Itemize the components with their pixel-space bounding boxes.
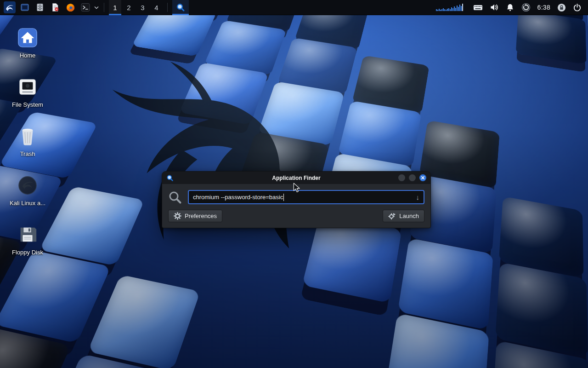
taskbar-item-application-finder[interactable] <box>172 0 189 15</box>
wallpaper-cube <box>280 325 384 368</box>
command-input-value: chromium --password-store=basic <box>193 194 283 201</box>
kali-docs-icon <box>17 174 39 196</box>
desktop-icon-label: Kali Linux a... <box>10 200 45 207</box>
firefox-icon <box>66 3 75 12</box>
wallpaper-cube <box>87 275 200 368</box>
preferences-button[interactable]: Preferences <box>168 210 222 222</box>
terminal-menu-arrow[interactable] <box>94 1 99 14</box>
trash-can-icon <box>17 125 39 147</box>
wallpaper-cube <box>182 299 291 368</box>
notifications[interactable] <box>506 3 514 12</box>
session-logout[interactable] <box>573 3 582 12</box>
window-title: Application Finder <box>162 175 430 181</box>
desktop-icon-label: Trash <box>20 150 35 157</box>
file-system-drive-icon <box>17 76 39 98</box>
wallpaper-cube <box>504 92 577 154</box>
desktop-icon-file-system[interactable]: File System <box>4 76 51 108</box>
home-folder-icon <box>17 27 39 49</box>
desktop-icon-label: Floppy Disk <box>12 249 43 256</box>
desktop-icon-floppy-disk[interactable]: Floppy Disk <box>4 224 51 256</box>
desktop-root: 1 2 3 4 <box>0 0 588 368</box>
wallpaper-cube <box>584 160 588 233</box>
window-buttons <box>398 174 426 181</box>
terminal-icon <box>81 3 90 12</box>
preferences-label: Preferences <box>185 213 217 219</box>
workspace-2-label: 2 <box>127 4 130 12</box>
kali-logo-icon <box>4 1 16 13</box>
text-editor-launcher[interactable] <box>48 1 62 14</box>
file-cabinet-icon <box>35 3 45 12</box>
window-icon <box>20 3 29 12</box>
dialog-body: chromium --password-store=basic ↓ <box>162 184 430 228</box>
desktop-icons: Home File System Trash <box>4 20 51 256</box>
volume-icon <box>490 3 499 12</box>
workspace-4[interactable]: 4 <box>150 0 163 15</box>
command-input[interactable]: chromium --password-store=basic ↓ <box>188 190 424 204</box>
workspace-4-label: 4 <box>154 4 158 12</box>
minimize-button[interactable] <box>398 174 405 181</box>
panel-separator <box>104 3 104 12</box>
bell-icon <box>506 3 514 12</box>
window-app-launcher[interactable] <box>18 1 32 14</box>
window-app-finder-icon <box>166 174 174 182</box>
wallpaper-cube <box>213 230 311 316</box>
clock[interactable]: 6:38 <box>537 4 550 11</box>
launch-run-icon <box>388 212 396 220</box>
application-finder-window: Application Finder chromium --password-s… <box>162 171 431 228</box>
workspace-1[interactable]: 1 <box>109 0 121 15</box>
wallpaper-cube <box>39 186 145 266</box>
wallpaper-cube <box>435 32 505 86</box>
lock-icon <box>557 3 566 12</box>
terminal-launcher[interactable] <box>79 1 92 14</box>
desktop-icon-trash[interactable]: Trash <box>4 125 51 157</box>
updates-indicator[interactable] <box>521 3 531 12</box>
wallpaper-cube <box>110 84 198 144</box>
power-icon <box>573 3 582 12</box>
chevron-down-icon <box>94 6 99 9</box>
wallpaper-cube <box>516 10 587 65</box>
wallpaper-cube <box>0 250 111 343</box>
desktop-icon-label: File System <box>12 101 43 108</box>
kali-menu-button[interactable] <box>3 1 17 14</box>
wallpaper-cube <box>179 62 269 125</box>
app-finder-icon <box>176 3 185 12</box>
floppy-disk-icon <box>17 224 39 246</box>
search-icon <box>168 190 182 204</box>
desktop-icon-kali-docs[interactable]: Kali Linux a... <box>4 174 51 207</box>
close-button[interactable] <box>419 174 426 181</box>
cpu-graph-icon[interactable] <box>433 3 466 12</box>
desktop-icon-home[interactable]: Home <box>4 27 51 59</box>
maximize-button[interactable] <box>409 174 416 181</box>
workspace-1-label: 1 <box>113 4 117 12</box>
launch-label: Launch <box>399 213 419 219</box>
gear-icon <box>174 212 181 220</box>
screen-lock[interactable] <box>557 3 566 12</box>
volume-control[interactable] <box>490 3 499 12</box>
panel-separator <box>167 3 168 12</box>
firefox-launcher[interactable] <box>63 1 77 14</box>
workspace-3-label: 3 <box>141 4 144 12</box>
input-dropdown-arrow-icon[interactable]: ↓ <box>413 194 420 201</box>
text-caret <box>283 194 284 201</box>
file-manager-launcher[interactable] <box>33 1 47 14</box>
update-circle-icon <box>521 3 531 12</box>
launch-button[interactable]: Launch <box>383 210 424 222</box>
desktop-icon-label: Home <box>20 52 36 59</box>
system-tray: 6:38 <box>433 3 585 12</box>
workspace-2[interactable]: 2 <box>123 0 135 15</box>
top-panel: 1 2 3 4 <box>0 0 588 15</box>
keyboard-icon <box>473 3 483 12</box>
workspace-3[interactable]: 3 <box>136 0 149 15</box>
titlebar[interactable]: Application Finder <box>162 172 430 184</box>
keyboard-indicator[interactable] <box>473 3 483 12</box>
text-editor-icon <box>51 3 60 12</box>
